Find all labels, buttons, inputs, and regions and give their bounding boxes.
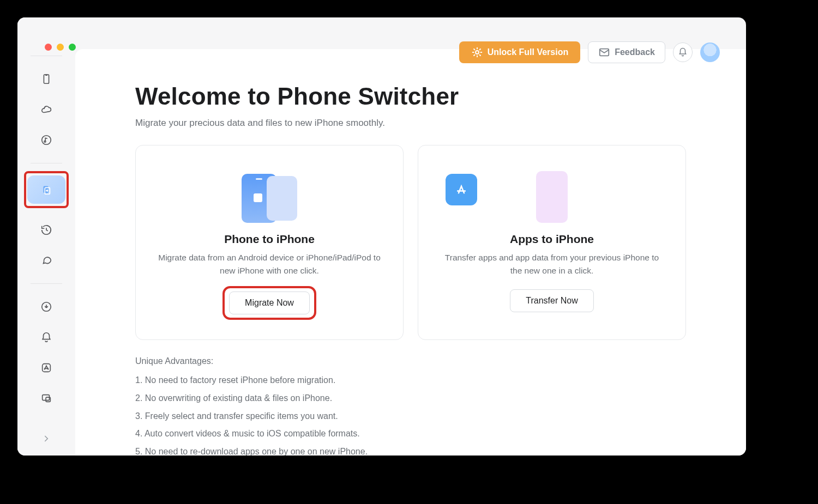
content: Welcome to Phone Switcher Migrate your p…	[75, 49, 746, 456]
advantages-list: 1. No need to factory reset iPhone befor…	[135, 372, 686, 456]
sidebar-item-backup[interactable]	[27, 216, 65, 244]
sidebar-separator	[31, 283, 62, 284]
sidebar-item-media[interactable]	[27, 126, 65, 154]
cloud-icon	[40, 104, 52, 116]
phone-ghost-icon	[536, 171, 568, 223]
sidebar-item-social[interactable]	[27, 246, 65, 275]
page-subtitle: Migrate your precious data and files to …	[135, 118, 686, 129]
mail-icon	[598, 46, 610, 58]
highlight-sidebar-switcher	[24, 171, 69, 208]
sidebar-item-appstore[interactable]	[27, 354, 65, 382]
zoom-window-button[interactable]	[69, 44, 76, 51]
unlock-label: Unlock Full Version	[488, 47, 568, 57]
advantage-item: 4. Auto convert videos & music to iOS co…	[135, 425, 686, 443]
advantage-item: 3. Freely select and transfer specific i…	[135, 408, 686, 426]
illustration-apps-to-iphone	[434, 163, 670, 223]
switcher-icon	[40, 184, 52, 196]
card-title: Phone to iPhone	[151, 233, 388, 246]
sun-icon	[471, 46, 483, 58]
svg-point-0	[476, 51, 479, 54]
cards-row: Phone to iPhone Migrate data from an And…	[135, 145, 686, 340]
card-desc: Migrate data from an Android device or i…	[151, 251, 388, 277]
advantage-item: 5. No need to re-download apps one by on…	[135, 443, 686, 456]
sidebar-item-download[interactable]	[27, 293, 65, 321]
window-controls	[45, 44, 76, 51]
notifications-button[interactable]	[673, 42, 693, 62]
unlock-full-version-button[interactable]: Unlock Full Version	[459, 41, 580, 63]
appstore-tile-icon	[446, 174, 477, 205]
app-window: Unlock Full Version Feedback	[17, 17, 746, 456]
mirror-icon	[40, 392, 52, 404]
transfer-now-button[interactable]: Transfer Now	[510, 289, 593, 312]
advantages-section: Unique Advantages: 1. No need to factory…	[135, 356, 686, 456]
main-panel: Welcome to Phone Switcher Migrate your p…	[75, 49, 746, 456]
bell-icon	[40, 331, 52, 343]
sidebar-collapse-button[interactable]	[41, 434, 51, 446]
phone-icon	[40, 73, 52, 85]
feedback-button[interactable]: Feedback	[588, 41, 665, 63]
history-icon	[40, 224, 52, 236]
download-icon	[40, 301, 52, 313]
sidebar-item-ringtone[interactable]	[27, 323, 65, 351]
migrate-now-button[interactable]: Migrate Now	[229, 292, 310, 314]
chat-icon	[40, 254, 52, 266]
page-title: Welcome to Phone Switcher	[135, 83, 686, 110]
sidebar-separator	[31, 56, 62, 56]
svg-rect-2	[44, 75, 49, 84]
appstore-icon	[40, 362, 52, 374]
illustration-phone-to-iphone	[151, 163, 388, 223]
card-apps-to-iphone: Apps to iPhone Transfer apps and app dat…	[418, 145, 686, 340]
sidebar-separator	[31, 163, 62, 163]
card-title: Apps to iPhone	[434, 233, 670, 246]
sidebar-item-screen[interactable]	[27, 384, 65, 412]
phone-back-icon	[267, 176, 297, 221]
user-avatar[interactable]	[700, 42, 720, 62]
sidebar-item-device[interactable]	[27, 65, 65, 93]
sidebar-item-icloud[interactable]	[27, 95, 65, 124]
sidebar	[17, 17, 75, 456]
top-bar: Unlock Full Version Feedback	[459, 41, 720, 63]
music-icon	[40, 134, 52, 146]
minimize-window-button[interactable]	[57, 44, 64, 51]
card-desc: Transfer apps and app data from your pre…	[434, 251, 670, 277]
highlight-migrate-button: Migrate Now	[222, 286, 316, 320]
svg-point-3	[42, 136, 51, 145]
advantages-title: Unique Advantages:	[135, 356, 686, 366]
sidebar-item-phone-switcher[interactable]	[27, 175, 65, 204]
advantage-item: 2. No overwriting of existing data & fil…	[135, 390, 686, 408]
close-window-button[interactable]	[45, 44, 52, 51]
feedback-label: Feedback	[615, 47, 655, 57]
card-phone-to-iphone: Phone to iPhone Migrate data from an And…	[135, 145, 404, 340]
advantage-item: 1. No need to factory reset iPhone befor…	[135, 372, 686, 390]
chevron-right-icon	[41, 434, 51, 444]
bell-icon	[678, 47, 688, 57]
